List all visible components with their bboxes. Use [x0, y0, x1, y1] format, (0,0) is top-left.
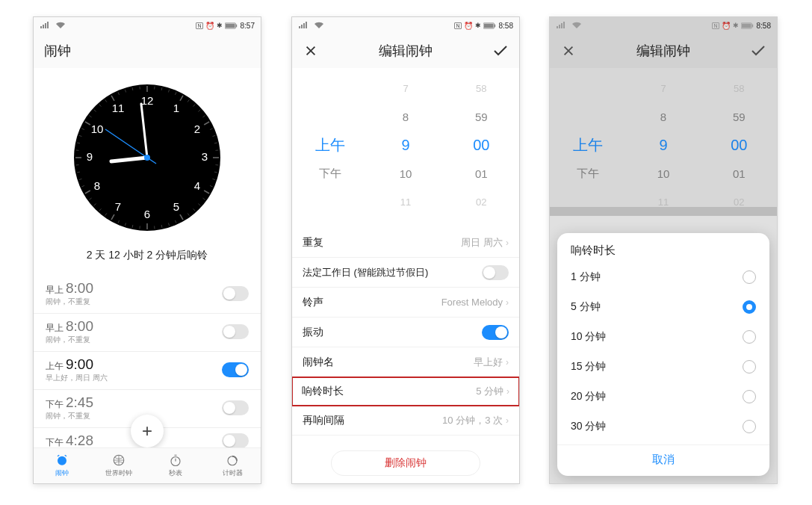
page-title: 编辑闹钟 — [379, 42, 433, 60]
workday-toggle[interactable] — [482, 265, 509, 280]
header: 闹钟 — [34, 34, 261, 68]
svg-rect-86 — [483, 23, 493, 27]
alarm-toggle[interactable] — [222, 362, 249, 377]
alarm-icon — [55, 453, 69, 467]
picker-ampm: 上午 — [292, 135, 368, 155]
alarm-toggle[interactable] — [222, 324, 249, 339]
close-button[interactable] — [303, 43, 319, 59]
tab-timer[interactable]: 计时器 — [204, 448, 261, 483]
svg-text:6: 6 — [144, 208, 150, 220]
time-picker-row[interactable]: 1102 — [292, 188, 519, 216]
time-picker-row[interactable]: 上午900 — [550, 131, 777, 159]
time-picker[interactable]: 758859上午900下午10011102 — [292, 68, 519, 216]
picker-minute: 58 — [701, 83, 777, 94]
svg-text:2: 2 — [194, 123, 200, 135]
wifi-icon — [571, 22, 582, 29]
duration-option[interactable]: 20 分钟 — [557, 382, 769, 412]
radio-icon — [743, 360, 756, 374]
duration-option[interactable]: 10 分钟 — [557, 322, 769, 352]
delete-label: 删除闹钟 — [385, 456, 427, 470]
picker-ampm: 下午 — [292, 167, 368, 181]
screen-edit-alarm: N ⏰ ✱ 8:58 编辑闹钟 758859上午900下午10011102 重复… — [291, 16, 520, 484]
alarm-ampm: 下午 — [46, 437, 63, 447]
bluetooth-icon: ✱ — [475, 22, 481, 29]
row-workday[interactable]: 法定工作日 (智能跳过节假日) — [292, 258, 519, 288]
svg-rect-90 — [751, 24, 752, 27]
row-vibrate[interactable]: 振动 — [292, 317, 519, 347]
row-alarm-name[interactable]: 闹钟名 早上好› — [292, 347, 519, 377]
svg-text:9: 9 — [87, 150, 93, 163]
cancel-label: 取消 — [652, 453, 675, 465]
picker-hour: 9 — [368, 137, 443, 154]
row-label: 闹钟名 — [303, 356, 334, 369]
confirm-button[interactable] — [492, 43, 509, 59]
svg-text:11: 11 — [112, 102, 125, 114]
tab-world-clock[interactable]: 世界时钟 — [90, 448, 147, 483]
picker-hour: 8 — [368, 111, 443, 123]
alarm-row[interactable]: 上午9:00早上好，周日 周六 — [34, 352, 261, 390]
time-picker-row[interactable]: 859 — [550, 102, 777, 131]
row-value: Forest Melody — [441, 297, 503, 308]
close-button[interactable] — [560, 43, 577, 59]
row-label: 响铃时长 — [302, 385, 344, 398]
signal-icon — [298, 22, 312, 29]
alarm-subtitle: 早上好，周日 周六 — [46, 373, 108, 383]
tab-stopwatch[interactable]: 秒表 — [147, 448, 204, 483]
add-alarm-button[interactable]: + — [131, 415, 164, 447]
svg-rect-89 — [741, 23, 751, 27]
picker-minute: 59 — [701, 111, 777, 123]
alarm-subtitle: 闹钟，不重复 — [46, 297, 93, 307]
radio-icon — [743, 330, 756, 344]
time-picker-row[interactable]: 758 — [292, 74, 519, 102]
chevron-right-icon: › — [506, 415, 509, 426]
duration-option[interactable]: 5 分钟 — [557, 292, 769, 322]
alarm-toggle[interactable] — [222, 433, 249, 448]
svg-text:10: 10 — [91, 123, 104, 135]
alarm-toggle[interactable] — [222, 286, 249, 301]
cancel-button[interactable]: 取消 — [557, 444, 769, 471]
duration-option[interactable]: 1 分钟 — [557, 262, 769, 292]
row-value: 10 分钟，3 次 — [442, 414, 503, 427]
nfc-icon: N — [712, 22, 719, 29]
duration-option[interactable]: 15 分钟 — [557, 352, 769, 382]
row-value: 5 分钟 — [476, 385, 503, 398]
tab-alarm[interactable]: 闹钟 — [34, 448, 90, 483]
time-picker-row[interactable]: 下午1001 — [292, 159, 519, 188]
battery-icon — [741, 22, 754, 29]
svg-rect-2 — [235, 24, 236, 27]
row-ringtone[interactable]: 铃声 Forest Melody› — [292, 288, 519, 317]
picker-minute: 01 — [444, 167, 519, 180]
world-clock-icon — [112, 453, 125, 467]
time-picker-row[interactable]: 758 — [550, 74, 777, 102]
time-picker-row[interactable]: 下午1001 — [550, 159, 777, 188]
alarm-subtitle: 闹钟，不重复 — [46, 335, 93, 345]
alarm-toggle[interactable] — [222, 400, 249, 415]
radio-icon — [743, 270, 756, 284]
alarm-row[interactable]: 早上8:00闹钟，不重复 — [34, 276, 261, 314]
time-picker-row[interactable]: 859 — [292, 102, 519, 131]
radio-icon — [743, 420, 756, 433]
svg-text:5: 5 — [173, 200, 179, 213]
time-picker-row[interactable]: 上午900 — [292, 131, 519, 159]
page-title: 闹钟 — [44, 42, 71, 60]
row-repeat[interactable]: 重复 周日 周六› — [292, 228, 519, 258]
check-icon — [750, 43, 766, 58]
tab-label: 闹钟 — [55, 468, 69, 478]
row-ring-duration[interactable]: 响铃时长 5 分钟› — [291, 377, 520, 406]
countdown-text: 2 天 12 小时 2 分钟后响铃 — [87, 249, 208, 262]
confirm-button[interactable] — [750, 43, 766, 59]
battery-icon — [483, 22, 497, 29]
duration-option[interactable]: 30 分钟 — [557, 412, 769, 442]
analog-clock: 1212 345 678 91011 — [72, 83, 222, 232]
alarm-row[interactable]: 早上8:00闹钟，不重复 — [34, 314, 261, 352]
row-snooze[interactable]: 再响间隔 10 分钟，3 次› — [292, 406, 519, 436]
signal-icon — [556, 22, 569, 29]
header: 编辑闹钟 — [550, 34, 777, 68]
svg-rect-1 — [225, 23, 235, 27]
vibrate-toggle[interactable] — [482, 325, 509, 340]
alarm-time: 4:28 — [66, 433, 93, 448]
option-label: 10 分钟 — [571, 330, 606, 344]
picker-hour: 11 — [625, 196, 701, 208]
picker-ampm: 下午 — [550, 167, 625, 181]
delete-alarm-button[interactable]: 删除闹钟 — [331, 450, 480, 476]
